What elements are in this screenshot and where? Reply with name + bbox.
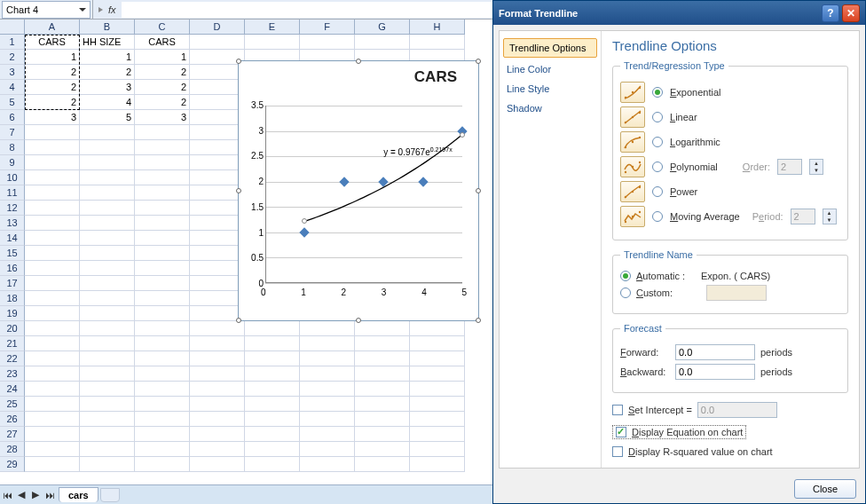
cell[interactable]: 1 bbox=[25, 50, 80, 65]
expand-icon[interactable] bbox=[98, 7, 103, 12]
cell[interactable] bbox=[80, 457, 135, 472]
cell[interactable]: 2 bbox=[25, 80, 80, 95]
cell[interactable] bbox=[300, 351, 355, 366]
cell[interactable] bbox=[25, 155, 80, 170]
row-header[interactable]: 3 bbox=[0, 65, 25, 80]
chart-handle[interactable] bbox=[236, 188, 241, 193]
row-header[interactable]: 11 bbox=[0, 185, 25, 201]
cell[interactable] bbox=[80, 351, 135, 366]
row-header[interactable]: 16 bbox=[0, 261, 25, 276]
cell[interactable] bbox=[190, 80, 245, 95]
cell[interactable] bbox=[410, 366, 465, 382]
cell[interactable] bbox=[190, 125, 245, 140]
name-automatic-radio[interactable] bbox=[620, 271, 631, 281]
cell[interactable] bbox=[80, 442, 135, 457]
column-header[interactable]: H bbox=[410, 20, 465, 35]
cell[interactable] bbox=[190, 442, 245, 457]
forward-input[interactable] bbox=[675, 344, 755, 360]
cell[interactable] bbox=[355, 457, 410, 472]
cell[interactable]: 5 bbox=[80, 110, 135, 125]
row-header[interactable]: 26 bbox=[0, 412, 25, 427]
select-all-corner[interactable] bbox=[0, 20, 25, 35]
cell[interactable] bbox=[135, 351, 190, 366]
cell[interactable] bbox=[80, 216, 135, 231]
cell[interactable] bbox=[25, 246, 80, 261]
cell[interactable] bbox=[245, 382, 300, 397]
cell[interactable] bbox=[190, 397, 245, 412]
cell[interactable] bbox=[190, 246, 245, 261]
chart-handle[interactable] bbox=[356, 318, 361, 323]
cell[interactable] bbox=[190, 457, 245, 472]
cell[interactable] bbox=[135, 427, 190, 442]
tab-nav-prev-icon[interactable]: ◀ bbox=[14, 488, 28, 502]
set-intercept-checkbox[interactable] bbox=[612, 405, 623, 415]
embedded-chart[interactable]: CARS 3.532.521.510.50 012345 y = 0.9767e… bbox=[238, 60, 479, 321]
row-header[interactable]: 27 bbox=[0, 427, 25, 442]
cell[interactable]: CARS bbox=[25, 35, 80, 50]
cell[interactable] bbox=[300, 382, 355, 397]
cell[interactable] bbox=[25, 397, 80, 412]
cell[interactable] bbox=[25, 140, 80, 155]
cell[interactable] bbox=[190, 140, 245, 155]
trendline-endpoint[interactable] bbox=[302, 218, 307, 224]
cell[interactable] bbox=[25, 427, 80, 442]
cell[interactable] bbox=[355, 442, 410, 457]
column-header[interactable]: F bbox=[300, 20, 355, 35]
plot-area[interactable]: 3.532.521.510.50 012345 y = 0.9767e0.219… bbox=[265, 106, 462, 283]
cell[interactable]: CARS bbox=[135, 35, 190, 50]
chart-handle[interactable] bbox=[236, 59, 241, 64]
polynomial-radio[interactable] bbox=[652, 161, 663, 172]
equation-label[interactable]: y = 0.9767e0.2197x bbox=[383, 146, 452, 157]
cell[interactable] bbox=[25, 261, 80, 276]
cell[interactable] bbox=[80, 306, 135, 321]
cell[interactable] bbox=[410, 442, 465, 457]
cell[interactable] bbox=[190, 427, 245, 442]
cell[interactable] bbox=[355, 412, 410, 427]
cell[interactable] bbox=[80, 185, 135, 201]
cell[interactable] bbox=[80, 291, 135, 306]
cell[interactable] bbox=[245, 366, 300, 382]
cell[interactable] bbox=[80, 246, 135, 261]
cell[interactable] bbox=[355, 351, 410, 366]
close-x-button[interactable]: ✕ bbox=[842, 4, 860, 22]
nav-trendline-options[interactable]: Trendline Options bbox=[503, 38, 597, 58]
cell[interactable] bbox=[300, 442, 355, 457]
cell[interactable] bbox=[80, 412, 135, 427]
row-header[interactable]: 28 bbox=[0, 442, 25, 457]
row-header[interactable]: 6 bbox=[0, 110, 25, 125]
cell[interactable] bbox=[135, 140, 190, 155]
cell[interactable]: 2 bbox=[25, 95, 80, 110]
cell[interactable] bbox=[300, 336, 355, 351]
row-header[interactable]: 8 bbox=[0, 140, 25, 155]
cell[interactable] bbox=[190, 351, 245, 366]
cell[interactable] bbox=[80, 201, 135, 216]
cell[interactable] bbox=[190, 382, 245, 397]
cell[interactable] bbox=[25, 170, 80, 185]
cell[interactable] bbox=[25, 457, 80, 472]
cell[interactable] bbox=[25, 351, 80, 366]
cell[interactable] bbox=[135, 276, 190, 291]
cell[interactable]: 2 bbox=[135, 80, 190, 95]
cell[interactable] bbox=[190, 170, 245, 185]
cell[interactable] bbox=[80, 321, 135, 336]
cell[interactable] bbox=[25, 231, 80, 246]
custom-name-input[interactable] bbox=[706, 285, 767, 301]
cell[interactable] bbox=[80, 155, 135, 170]
cell[interactable] bbox=[245, 412, 300, 427]
cell[interactable]: 2 bbox=[135, 65, 190, 80]
chart-handle[interactable] bbox=[476, 59, 481, 64]
help-button[interactable]: ? bbox=[822, 4, 839, 22]
row-header[interactable]: 17 bbox=[0, 276, 25, 291]
cell[interactable] bbox=[190, 261, 245, 276]
logarithmic-icon[interactable] bbox=[620, 131, 645, 153]
cell[interactable] bbox=[245, 427, 300, 442]
cell[interactable] bbox=[25, 201, 80, 216]
cell[interactable] bbox=[410, 397, 465, 412]
linear-icon[interactable] bbox=[620, 106, 645, 128]
cell[interactable] bbox=[190, 216, 245, 231]
tab-nav-last-icon[interactable]: ⏭ bbox=[43, 488, 57, 502]
cell[interactable] bbox=[355, 35, 410, 50]
row-header[interactable]: 7 bbox=[0, 125, 25, 140]
cell[interactable] bbox=[80, 261, 135, 276]
cell[interactable] bbox=[410, 382, 465, 397]
